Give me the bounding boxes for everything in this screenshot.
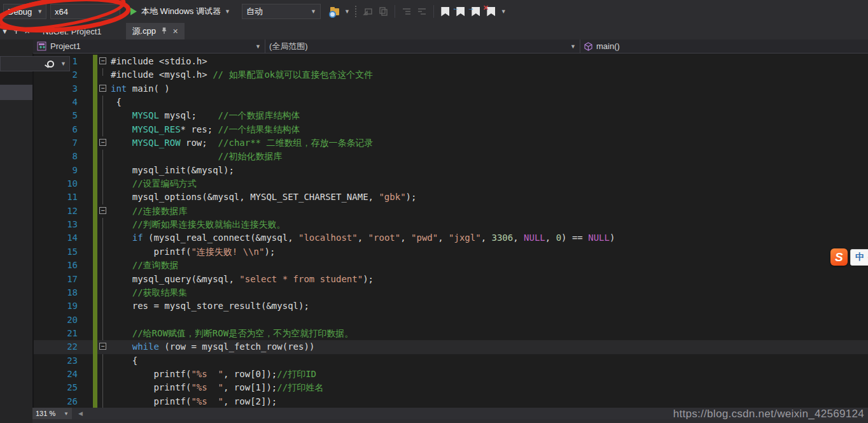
code-editor[interactable]: 1#include <stdio.h>2#include <mysql.h> /… (34, 54, 868, 408)
line-number[interactable]: 26 (34, 395, 78, 408)
code-text[interactable]: //初始化数据库 (108, 150, 282, 163)
code-line[interactable]: 6 MYSQL_RES* res; //一个结果集结构体 (34, 123, 868, 136)
clear-bookmarks-icon[interactable]: ✕ (485, 5, 498, 18)
code-text[interactable]: int main( ) (108, 82, 170, 96)
code-line[interactable]: 20 (34, 313, 868, 327)
code-text[interactable]: printf("%s ", row[1]);//打印姓名 (108, 381, 323, 394)
line-number[interactable]: 25 (34, 381, 78, 394)
line-number[interactable]: 18 (34, 286, 78, 299)
line-number[interactable]: 3 (34, 82, 78, 96)
code-line[interactable]: 2#include <mysql.h> // 如果配置ok就可以直接包含这个文件 (34, 68, 868, 82)
chevron-down-icon[interactable]: ▼ (501, 8, 507, 15)
editor-zoom-control[interactable]: 131 % ▼ (32, 408, 72, 419)
code-line[interactable]: 1#include <stdio.h> (34, 55, 868, 68)
code-text[interactable]: //获取结果集 (108, 286, 188, 299)
code-text[interactable]: //连接数据库 (108, 204, 188, 218)
code-text[interactable]: mysql_query(&mysql, "select * from stude… (108, 273, 374, 286)
line-number[interactable]: 20 (34, 313, 78, 327)
line-number[interactable]: 19 (34, 299, 78, 313)
toggle-bookmark-icon[interactable] (439, 5, 452, 18)
line-number[interactable]: 9 (34, 164, 78, 177)
solution-configuration-combo[interactable]: Debug ▼ (3, 4, 46, 19)
next-bookmark-icon[interactable]: → (470, 5, 482, 18)
code-line[interactable]: 19 res = mysql_store_result(&mysql); (34, 299, 868, 313)
collapse-region-icon[interactable] (97, 82, 108, 96)
code-line[interactable]: 22 while (row = mysql_fetch_row(res)) (34, 340, 868, 354)
code-line[interactable]: 16 //查询数据 (34, 259, 868, 272)
code-line[interactable]: 12 //连接数据库 (34, 204, 868, 218)
line-number[interactable]: 6 (34, 123, 78, 136)
line-number[interactable]: 8 (34, 150, 78, 163)
code-line[interactable]: 24 printf("%s ", row[0]);//打印ID (34, 368, 868, 381)
pin-icon[interactable] (13, 27, 19, 36)
code-text[interactable]: { (108, 96, 122, 109)
line-number[interactable]: 11 (34, 190, 78, 204)
code-line[interactable]: 9 mysql_init(&mysql); (34, 164, 868, 177)
line-number[interactable]: 16 (34, 259, 78, 272)
code-text[interactable]: MYSQL mysql; //一个数据库结构体 (108, 109, 300, 122)
scope-dropdown[interactable]: (全局范围) ▼ (265, 39, 580, 53)
close-icon[interactable]: ✕ (24, 28, 30, 35)
code-text[interactable]: mysql_options(&mysql, MYSQL_SET_CHARSET_… (108, 190, 416, 204)
code-text[interactable]: //给ROW赋值，判断ROW是否为空，不为空就打印数据。 (108, 327, 353, 340)
code-line[interactable]: 3int main( ) (34, 82, 868, 96)
tab-source-cpp[interactable]: 源.cpp ✕ (126, 23, 185, 39)
code-text[interactable]: #include <stdio.h> (108, 55, 207, 68)
code-line[interactable]: 18 //获取结果集 (34, 286, 868, 299)
project-dropdown[interactable]: Project1 ▼ (33, 39, 265, 53)
code-line[interactable]: 8 //初始化数据库 (34, 150, 868, 163)
sogou-logo-icon[interactable]: S (830, 248, 848, 266)
start-debugging-button[interactable]: 本地 Windows 调试器 ▼ (128, 3, 233, 20)
line-number[interactable]: 12 (34, 204, 78, 218)
line-number[interactable]: 5 (34, 109, 78, 122)
collapse-region-icon[interactable] (97, 204, 108, 218)
scroll-left-icon[interactable]: ◀ (78, 410, 83, 417)
member-dropdown[interactable]: main() (580, 39, 868, 53)
window-menu-chevron-icon[interactable]: ▼ (1, 28, 8, 35)
code-text[interactable] (108, 313, 111, 327)
list-item-selected[interactable] (0, 85, 32, 100)
code-line[interactable]: 5 MYSQL mysql; //一个数据库结构体 (34, 109, 868, 122)
line-number[interactable]: 21 (34, 327, 78, 340)
code-text[interactable]: { (108, 354, 137, 368)
code-line[interactable]: 21 //给ROW赋值，判断ROW是否为空，不为空就打印数据。 (34, 327, 868, 340)
code-line[interactable]: 13 //判断如果连接失败就输出连接失败。 (34, 218, 868, 231)
collapse-region-icon[interactable] (97, 340, 108, 354)
chevron-down-icon[interactable]: ▼ (60, 61, 66, 67)
code-text[interactable]: MYSQL_ROW row; //char** 二维数组，存放一条条记录 (108, 136, 373, 150)
tab-nuget-project1[interactable]: NuGet: Project1 (36, 23, 108, 39)
code-text[interactable]: //判断如果连接失败就输出连接失败。 (108, 218, 286, 231)
line-number[interactable]: 10 (34, 177, 78, 190)
list-item[interactable] (0, 72, 32, 85)
code-text[interactable]: //查询数据 (108, 259, 179, 272)
line-number[interactable]: 22 (34, 340, 78, 354)
code-line[interactable]: 11 mysql_options(&mysql, MYSQL_SET_CHARS… (34, 190, 868, 204)
code-text[interactable]: MYSQL_RES* res; //一个结果集结构体 (108, 123, 300, 136)
code-line[interactable]: 7 MYSQL_ROW row; //char** 二维数组，存放一条条记录 (34, 136, 868, 150)
code-line[interactable]: 26 printf("%s ", row[2]); (34, 395, 868, 408)
code-line[interactable]: 10 //设置编码方式 (34, 177, 868, 190)
line-number[interactable]: 13 (34, 218, 78, 231)
code-text[interactable]: printf("%s ", row[2]); (108, 395, 277, 408)
code-line[interactable]: 25 printf("%s ", row[1]);//打印姓名 (34, 381, 868, 394)
ime-indicator[interactable]: S 中 ● (830, 248, 868, 266)
ime-mode-pill[interactable]: 中 ● (850, 249, 868, 266)
code-text[interactable]: mysql_init(&mysql); (108, 164, 234, 177)
auto-combo[interactable]: 自动 ▼ (242, 4, 321, 19)
find-in-files-icon[interactable] (328, 5, 341, 18)
code-text[interactable]: printf("连接失败! \\n"); (108, 245, 275, 259)
code-line[interactable]: 15 printf("连接失败! \\n"); (34, 245, 868, 259)
line-number[interactable]: 14 (34, 231, 78, 245)
line-number[interactable]: 7 (34, 136, 78, 150)
line-number[interactable]: 17 (34, 273, 78, 286)
code-text[interactable]: //设置编码方式 (108, 177, 197, 190)
close-icon[interactable]: ✕ (172, 28, 178, 35)
pin-icon[interactable] (162, 27, 167, 36)
code-text[interactable]: #include <mysql.h> // 如果配置ok就可以直接包含这个文件 (108, 68, 373, 82)
solution-platform-combo[interactable]: x64 (50, 4, 120, 19)
chevron-down-icon[interactable]: ▼ (344, 8, 350, 15)
code-line[interactable]: 17 mysql_query(&mysql, "select * from st… (34, 273, 868, 286)
code-line[interactable]: 14 if (mysql_real_connect(&mysql, "local… (34, 231, 868, 245)
code-text[interactable]: while (row = mysql_fetch_row(res)) (108, 340, 314, 354)
line-number[interactable]: 23 (34, 354, 78, 368)
